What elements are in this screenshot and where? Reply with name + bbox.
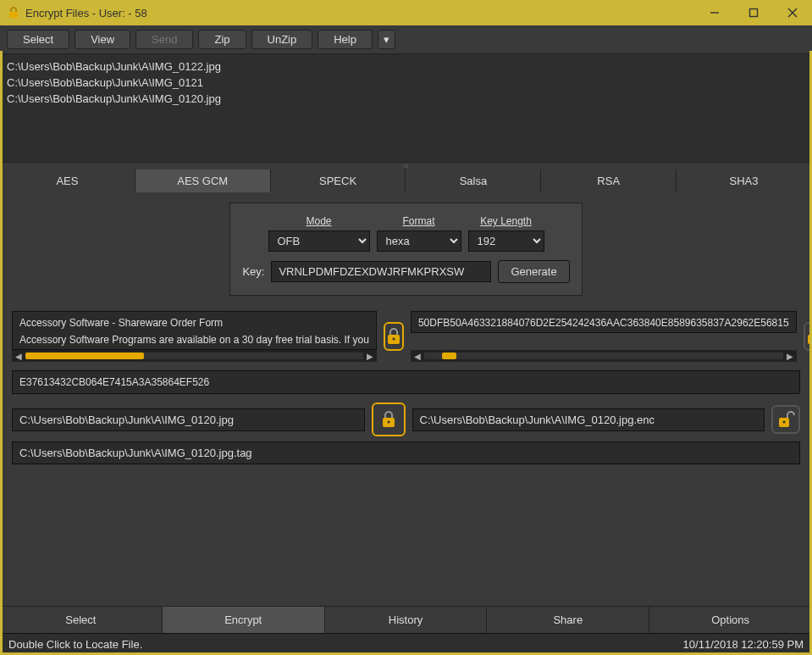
parameter-box: Mode OFB Format hexa Key Length 192 Key: [229, 203, 582, 296]
window-title: Encrypt Files - User: - 58 [25, 7, 147, 19]
main-toolbar: Select View Send Zip UnZip Help ▾ [0, 25, 812, 54]
btab-share[interactable]: Share [487, 607, 649, 633]
status-timestamp: 10/11/2018 12:20:59 PM [683, 638, 804, 651]
input-file-path[interactable] [12, 408, 365, 431]
close-button[interactable] [773, 0, 812, 25]
decrypt-file-button[interactable] [771, 405, 800, 434]
output-file-path[interactable] [412, 408, 765, 431]
titlebar: Encrypt Files - User: - 58 [0, 0, 812, 25]
splitter-handle[interactable]: ○ [0, 163, 812, 169]
scroll-right-icon[interactable]: ▶ [365, 352, 375, 360]
file-list[interactable]: C:\Users\Bob\Backup\Junk\A\IMG_0122.jpg … [0, 54, 812, 163]
tab-sha3[interactable]: SHA3 [677, 169, 812, 192]
tab-body: Mode OFB Format hexa Key Length 192 Key: [0, 192, 812, 471]
file-list-item[interactable]: C:\Users\Bob\Backup\Junk\A\IMG_0121 [7, 75, 805, 92]
key-input[interactable] [271, 261, 491, 282]
tag-file-path[interactable] [12, 441, 800, 464]
plaintext-hscroll[interactable]: ◀ ▶ [12, 350, 377, 362]
keylen-select[interactable]: 192 [468, 230, 544, 252]
tab-aes-gcm[interactable]: AES GCM [135, 169, 271, 192]
scroll-left-icon[interactable]: ◀ [412, 352, 423, 360]
encrypt-file-button[interactable] [372, 402, 406, 436]
svg-point-10 [387, 421, 389, 424]
minimize-button[interactable] [695, 0, 734, 25]
scroll-right-icon[interactable]: ▶ [785, 352, 795, 360]
maximize-button[interactable] [734, 0, 773, 25]
svg-rect-2 [750, 9, 758, 17]
toolbar-more-button[interactable]: ▾ [378, 30, 395, 49]
svg-point-6 [392, 338, 395, 341]
scroll-left-icon[interactable]: ◀ [14, 352, 24, 360]
ciphertext-hscroll[interactable]: ◀ ▶ [411, 350, 797, 362]
hash-output[interactable]: E37613432CB064E7415A3A35864EF526 [12, 370, 800, 394]
svg-point-12 [783, 421, 786, 424]
format-select[interactable]: hexa [377, 230, 461, 252]
mode-select[interactable]: OFB [268, 230, 370, 252]
select-button[interactable]: Select [7, 30, 69, 49]
key-label: Key: [242, 265, 264, 278]
btab-history[interactable]: History [325, 607, 488, 633]
file-list-item[interactable]: C:\Users\Bob\Backup\Junk\A\IMG_0120.jpg [7, 92, 805, 108]
file-list-item[interactable]: C:\Users\Bob\Backup\Junk\A\IMG_0122.jpg [7, 59, 805, 75]
encrypt-text-button[interactable] [384, 322, 404, 351]
ciphertext-preview[interactable]: 50DFB50A463321884076D2E254242436AAC36384… [411, 311, 797, 333]
btab-options[interactable]: Options [649, 607, 812, 633]
format-label: Format [402, 215, 434, 227]
app-lock-icon [7, 6, 20, 19]
zip-button[interactable]: Zip [198, 30, 246, 49]
tab-rsa[interactable]: RSA [541, 169, 677, 192]
generate-button[interactable]: Generate [498, 260, 569, 283]
tab-aes[interactable]: AES [0, 169, 135, 192]
btab-encrypt[interactable]: Encrypt [163, 607, 325, 633]
status-hint: Double Click to Locate File. [8, 638, 142, 651]
tab-salsa[interactable]: Salsa [406, 169, 541, 192]
keylen-label: Key Length [480, 215, 532, 227]
send-button[interactable]: Send [135, 30, 193, 49]
help-button[interactable]: Help [318, 30, 373, 49]
view-button[interactable]: View [75, 30, 130, 49]
plaintext-preview[interactable]: Accessory Software - Shareware Order For… [12, 311, 377, 350]
algorithm-tabs: AES AES GCM SPECK Salsa RSA SHA3 [0, 169, 812, 192]
svg-rect-0 [9, 12, 18, 18]
mode-label: Mode [306, 215, 331, 227]
bottom-tabs: Select Encrypt History Share Options [0, 606, 812, 633]
tab-speck[interactable]: SPECK [271, 169, 406, 192]
unzip-button[interactable]: UnZip [251, 30, 313, 49]
btab-select[interactable]: Select [0, 607, 163, 633]
